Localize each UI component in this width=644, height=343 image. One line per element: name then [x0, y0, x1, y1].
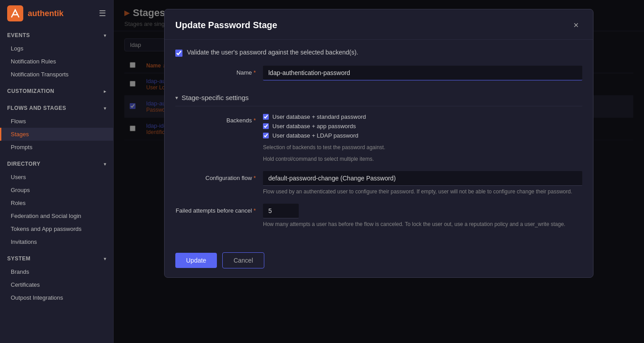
svg-rect-0	[7, 5, 23, 21]
sidebar-section-system-header[interactable]: System ▾	[0, 252, 113, 265]
name-label: Name *	[175, 66, 256, 76]
sidebar-section-flows-stages-header[interactable]: Flows and Stages ▾	[0, 101, 113, 115]
sidebar-section-directory: Directory ▾ Users Groups Roles Federatio…	[0, 155, 113, 250]
failed-required-star: *	[254, 207, 256, 214]
config-flow-required-star: *	[254, 175, 256, 181]
sidebar-section-directory-header[interactable]: Directory ▾	[0, 157, 113, 171]
sidebar-logo: authentik ☰	[0, 0, 113, 27]
modal-title: Update Password Stage	[175, 20, 277, 30]
failed-attempts-input[interactable]	[263, 204, 299, 218]
failed-attempts-label: Failed attempts before cancel *	[175, 204, 256, 214]
sidebar-item-tokens[interactable]: Tokens and App passwords	[0, 222, 113, 235]
sidebar-section-events: Events ▾ Logs Notification Rules Notific…	[0, 27, 113, 83]
chevron-down-icon: ▾	[104, 33, 106, 38]
name-required-star: *	[254, 69, 256, 76]
chevron-down-icon-3: ▾	[104, 162, 106, 167]
sidebar-section-events-header[interactable]: Events ▾	[0, 29, 113, 42]
sidebar-item-logs[interactable]: Logs	[0, 42, 113, 55]
sidebar-item-roles[interactable]: Roles	[0, 197, 113, 209]
modal-description: Validate the user's password against the…	[175, 49, 582, 57]
sidebar-item-outpost-integrations[interactable]: Outpost Integrations	[0, 291, 113, 304]
hamburger-menu[interactable]: ☰	[99, 8, 106, 18]
update-button[interactable]: Update	[175, 253, 217, 268]
sidebar-item-notification-transports[interactable]: Notification Transports	[0, 68, 113, 81]
sidebar-item-prompts[interactable]: Prompts	[0, 141, 113, 154]
backend-option-standard: User database + standard password	[263, 113, 582, 120]
chevron-right-icon: ▸	[104, 89, 106, 94]
name-input[interactable]	[263, 66, 582, 80]
sidebar: authentik ☰ Events ▾ Logs Notification R…	[0, 0, 114, 343]
backend-standard-checkbox[interactable]	[263, 114, 269, 120]
collapse-icon: ▾	[175, 95, 178, 101]
sidebar-section-customization-header[interactable]: Customization ▸	[0, 84, 113, 98]
backend-app-checkbox[interactable]	[263, 123, 269, 129]
config-flow-input[interactable]	[263, 171, 582, 186]
config-flow-help: Flow used by an authenticated user to co…	[263, 188, 582, 195]
form-row-name: Name *	[175, 66, 582, 80]
form-row-backends: Backends * User database + standard pass…	[175, 113, 582, 162]
sidebar-item-groups[interactable]: Groups	[0, 184, 113, 197]
config-flow-label: Configuration flow *	[175, 171, 256, 181]
modal-overlay: Update Password Stage × Validate the use…	[114, 0, 644, 343]
authentik-logo-icon	[7, 5, 23, 21]
sidebar-item-invitations[interactable]: Invitations	[0, 235, 113, 248]
form-row-config-flow: Configuration flow * Flow used by an aut…	[175, 171, 582, 195]
update-password-stage-modal: Update Password Stage × Validate the use…	[164, 9, 593, 278]
backend-option-ldap: User database + LDAP password	[263, 132, 582, 139]
cancel-button[interactable]: Cancel	[222, 252, 264, 268]
chevron-down-icon-4: ▾	[104, 256, 106, 261]
sidebar-item-users[interactable]: Users	[0, 171, 113, 184]
form-row-failed-attempts: Failed attempts before cancel * How many…	[175, 204, 582, 227]
modal-footer: Update Cancel	[165, 245, 593, 277]
sidebar-item-stages[interactable]: Stages	[0, 128, 113, 141]
stage-specific-settings-toggle[interactable]: ▾ Stage-specific settings	[175, 89, 582, 106]
backends-help-2: Hold control/command to select multiple …	[263, 156, 582, 162]
backend-option-app: User database + app passwords	[263, 123, 582, 130]
sidebar-section-system: System ▾ Brands Certificates Outpost Int…	[0, 250, 113, 306]
modal-header: Update Password Stage ×	[165, 9, 593, 40]
config-flow-container: Flow used by an authenticated user to co…	[263, 171, 582, 195]
attempts-container: How many attempts a user has before the …	[263, 204, 582, 227]
backend-ldap-checkbox[interactable]	[263, 133, 269, 138]
attempts-help: How many attempts a user has before the …	[263, 221, 582, 227]
backends-required-star: *	[254, 117, 256, 124]
sidebar-item-notification-rules[interactable]: Notification Rules	[0, 55, 113, 68]
sidebar-item-flows[interactable]: Flows	[0, 115, 113, 128]
chevron-down-icon-2: ▾	[104, 106, 106, 111]
backends-container: User database + standard password User d…	[263, 113, 582, 162]
main-content: ▸ Stages Stages are single steps of a Fl…	[114, 0, 644, 343]
sidebar-section-customization: Customization ▸	[0, 83, 113, 100]
modal-close-button[interactable]: ×	[570, 18, 582, 32]
backends-help-1: Selection of backends to test the passwo…	[263, 144, 582, 151]
sidebar-item-federation[interactable]: Federation and Social login	[0, 209, 113, 222]
sidebar-section-flows-stages: Flows and Stages ▾ Flows Stages Prompts	[0, 100, 113, 155]
modal-description-checkbox[interactable]	[175, 50, 182, 57]
modal-body: Validate the user's password against the…	[165, 40, 593, 245]
backends-label: Backends *	[175, 113, 256, 124]
sidebar-item-brands[interactable]: Brands	[0, 265, 113, 278]
sidebar-item-certificates[interactable]: Certificates	[0, 278, 113, 291]
logo-text: authentik	[28, 9, 64, 18]
